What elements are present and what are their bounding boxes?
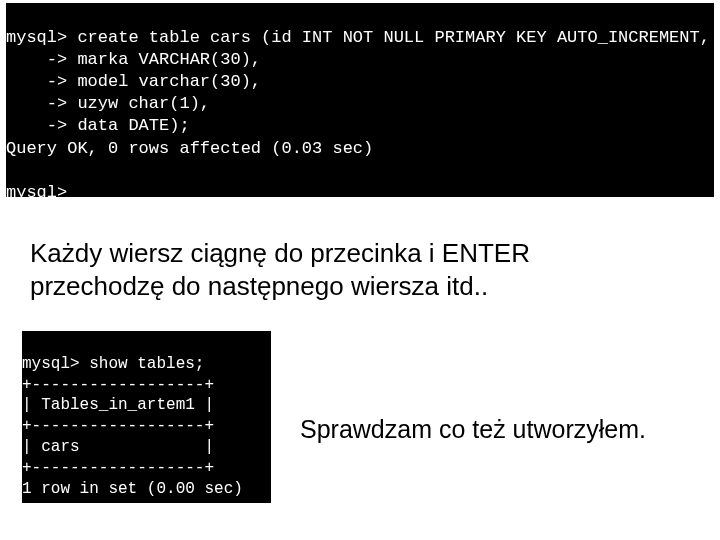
terminal-line: -> uzyw char(1), [6, 94, 210, 113]
terminal-line: Query OK, 0 rows affected (0.03 sec) [6, 139, 373, 158]
terminal-line: +------------------+ [22, 417, 214, 435]
terminal-line: mysql> create table cars (id INT NOT NUL… [6, 28, 710, 47]
terminal-line: mysql> [22, 521, 80, 539]
text-line: przechodzę do następnego wiersza itd.. [30, 271, 488, 301]
terminal-line: | cars | [22, 438, 214, 456]
terminal-line: +------------------+ [22, 459, 214, 477]
paragraph-explanation-1: Każdy wiersz ciągnę do przecinka i ENTER… [30, 237, 530, 302]
terminal-create-table: mysql> create table cars (id INT NOT NUL… [6, 3, 714, 197]
terminal-show-tables: mysql> show tables; +------------------+… [22, 331, 271, 503]
terminal-line: -> marka VARCHAR(30), [6, 50, 261, 69]
text-line: Każdy wiersz ciągnę do przecinka i ENTER [30, 238, 530, 268]
terminal-line: | Tables_in_artem1 | [22, 396, 214, 414]
terminal-line: mysql> show tables; [22, 355, 204, 373]
terminal-line: 1 row in set (0.00 sec) [22, 480, 243, 498]
terminal-line: -> data DATE); [6, 116, 190, 135]
terminal-line: +------------------+ [22, 376, 214, 394]
terminal-line: -> model varchar(30), [6, 72, 261, 91]
paragraph-explanation-2: Sprawdzam co też utworzyłem. [300, 415, 646, 444]
terminal-line: mysql> _ [6, 183, 88, 202]
